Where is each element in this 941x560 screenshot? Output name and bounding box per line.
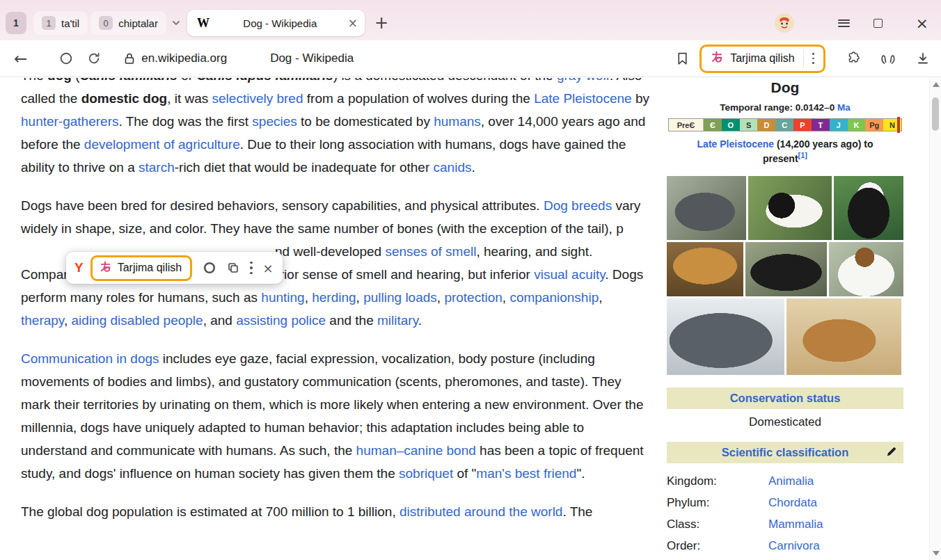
taxonomy-value-link[interactable]: Carnivora xyxy=(768,539,820,553)
timescale-segment-D[interactable]: D xyxy=(757,119,775,131)
wiki-link[interactable]: Ma xyxy=(837,102,851,113)
pinned-tab-tatil[interactable]: 1 ta'til xyxy=(33,11,88,35)
timescale-segment-S[interactable]: S xyxy=(740,119,758,131)
wiki-link[interactable]: therapy xyxy=(21,313,64,328)
popup-translate-label: Tarjima qilish xyxy=(118,262,182,274)
url-domain[interactable]: en.wikipedia.org xyxy=(141,51,227,65)
wiki-link[interactable]: protection xyxy=(444,290,502,305)
text-run: -rich diet that would be inadequate for … xyxy=(175,160,434,175)
profile-avatar[interactable] xyxy=(774,13,795,33)
wiki-link[interactable]: Communication in dogs xyxy=(21,351,159,366)
bookmark-icon[interactable] xyxy=(677,51,688,66)
wiki-link[interactable]: distributed around the world xyxy=(400,504,562,519)
wiki-link[interactable]: sobriquet xyxy=(399,466,453,481)
golden-retriever-swimming-photo[interactable] xyxy=(667,242,743,296)
timescale-segment-PreЄ[interactable]: PreЄ xyxy=(669,119,704,131)
timescale-segment-O[interactable]: O xyxy=(722,119,740,131)
wiki-link[interactable]: canids xyxy=(434,160,472,175)
wiki-link[interactable]: man's best friend xyxy=(476,466,576,481)
tab-close-icon[interactable]: × xyxy=(348,17,358,29)
temporal-range-note: Late Pleistocene (14,200 years ago) to p… xyxy=(677,137,894,166)
wiki-link[interactable]: development of agriculture xyxy=(84,137,240,152)
active-tab[interactable]: W Dog - Wikipedia × xyxy=(187,10,365,36)
browser-menu-icon[interactable] xyxy=(838,17,850,29)
reference-link[interactable]: [1] xyxy=(798,151,807,159)
window-close-icon[interactable]: × xyxy=(916,15,928,32)
taxonomy-value-link[interactable]: Chordata xyxy=(768,496,817,510)
white-brown-terrier-photo[interactable] xyxy=(829,242,903,296)
window-maximize-icon[interactable] xyxy=(873,19,883,28)
wiki-link[interactable]: Dog breeds xyxy=(544,198,612,213)
back-icon[interactable]: ← xyxy=(14,49,27,67)
wiki-link[interactable]: human–canine bond xyxy=(356,443,476,458)
popup-translate-button[interactable]: Tarjima qilish xyxy=(90,255,192,281)
husky-in-snow-photo[interactable] xyxy=(667,298,784,375)
extensions-puzzle-icon[interactable] xyxy=(845,51,860,66)
dogs-on-beach-photo[interactable] xyxy=(786,298,901,375)
new-tab-button[interactable]: + xyxy=(374,15,388,31)
wiki-link[interactable]: Late Pleistocene xyxy=(534,91,632,106)
gloves-icon[interactable] xyxy=(880,51,896,65)
wiki-link[interactable]: humans xyxy=(434,114,481,129)
wiki-link[interactable]: visual acuity xyxy=(534,267,605,282)
timescale-segment-K[interactable]: K xyxy=(848,119,866,131)
wiki-link[interactable]: aiding disabled people xyxy=(72,313,203,328)
article-paragraph: The dog (Canis familiaris or Canis lupus… xyxy=(21,78,651,179)
reload-icon[interactable] xyxy=(87,51,101,65)
wiki-link[interactable]: pulling loads xyxy=(363,290,437,305)
download-icon[interactable] xyxy=(916,51,930,65)
black-white-longhaired-dog-photo[interactable] xyxy=(834,176,903,240)
lock-icon[interactable] xyxy=(125,52,134,65)
text-run: ( xyxy=(72,78,80,83)
yandex-logo-icon[interactable]: Y xyxy=(74,260,84,275)
copy-icon[interactable] xyxy=(227,262,239,274)
scientific-classification-header[interactable]: Scientific classification xyxy=(667,442,903,463)
taxonomy-table: Kingdom: Animalia Phylum: Chordata Class… xyxy=(667,470,903,557)
taxonomy-value-link[interactable]: Animalia xyxy=(768,474,814,488)
black-labrador-photo[interactable] xyxy=(745,242,827,296)
alice-assistant-icon[interactable] xyxy=(203,261,216,275)
pinned-tab-chiptalar[interactable]: 0 chiptalar xyxy=(90,11,166,35)
edit-pencil-icon[interactable] xyxy=(886,447,896,460)
text-run: by xyxy=(632,91,649,106)
conservation-status-header[interactable]: Conservation status xyxy=(667,387,903,409)
scroll-down-arrow-icon[interactable] xyxy=(933,551,940,556)
scrollbar-thumb[interactable] xyxy=(932,97,939,131)
wiki-link[interactable]: species xyxy=(252,114,296,129)
wiki-link[interactable]: companionship xyxy=(509,290,599,305)
wiki-link[interactable]: Late Pleistocene xyxy=(697,138,775,150)
wiki-link[interactable]: hunter-gatherers xyxy=(21,114,118,129)
timescale-segment-T[interactable]: T xyxy=(812,119,830,131)
translate-button[interactable]: Tarjima qilish xyxy=(699,45,825,73)
timescale-segment-J[interactable]: J xyxy=(830,119,848,131)
address-bar-page-title[interactable]: Dog - Wikipedia xyxy=(270,51,354,65)
tab-list-chevron-icon[interactable] xyxy=(172,20,180,26)
popup-more-options-icon[interactable] xyxy=(250,260,252,276)
tab-counter-badge: 1 xyxy=(42,16,56,30)
tab-group-count-button[interactable]: 1 xyxy=(6,12,26,34)
popup-close-icon[interactable]: × xyxy=(263,261,274,275)
text-run: to be domesticated by xyxy=(297,114,434,129)
wiki-link[interactable]: selectively bred xyxy=(212,91,303,106)
taxonomy-rank: Class: xyxy=(667,518,768,531)
timescale-segment-C[interactable]: C xyxy=(775,119,793,131)
taxonomy-value-link[interactable]: Mammalia xyxy=(768,518,823,531)
translate-options-icon[interactable] xyxy=(803,49,819,67)
wiki-link[interactable]: assisting police xyxy=(236,313,326,328)
timescale-segment-Є[interactable]: Є xyxy=(704,119,722,131)
wiki-link[interactable]: military xyxy=(377,313,418,328)
black-white-dog-standing-photo[interactable] xyxy=(748,176,832,240)
wiki-link[interactable]: hunting xyxy=(261,290,304,305)
wiki-link[interactable]: senses of smell xyxy=(385,244,476,259)
wiki-link[interactable]: herding xyxy=(312,290,356,305)
gray-dog-on-rocks-photo[interactable] xyxy=(667,176,746,240)
timescale-segment-P[interactable]: P xyxy=(793,119,812,131)
scroll-up-arrow-icon[interactable] xyxy=(933,82,940,87)
timescale-segment-Pg[interactable]: Pg xyxy=(865,119,883,131)
wiki-link[interactable]: gray wolf xyxy=(557,78,610,83)
wiki-link[interactable]: starch xyxy=(139,160,175,175)
yandex-services-icon[interactable] xyxy=(59,51,73,65)
text-run: (14,200 years ago) to present xyxy=(763,138,873,164)
vertical-scrollbar[interactable] xyxy=(929,78,941,560)
scientific-classification-label: Scientific classification xyxy=(722,446,848,458)
